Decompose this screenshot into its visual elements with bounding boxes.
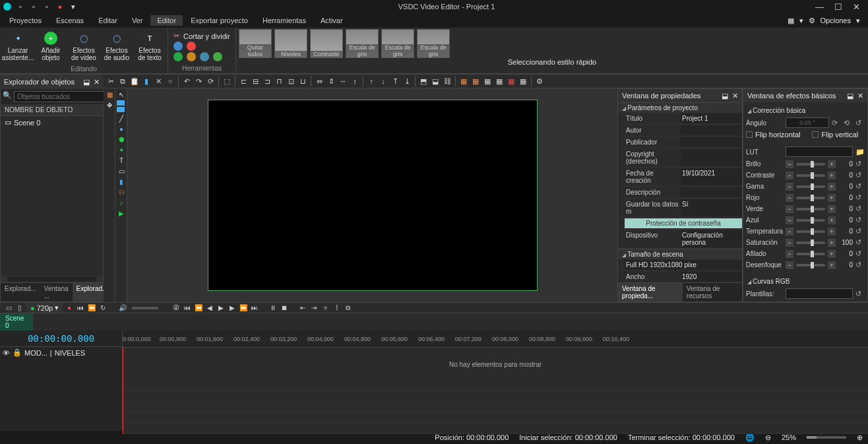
- tool-icon-1[interactable]: [173, 42, 183, 51]
- slider[interactable]: [796, 163, 825, 166]
- minus-button[interactable]: −: [786, 172, 793, 179]
- tl-stop-icon[interactable]: ⏹: [280, 303, 289, 313]
- tb-align-t-icon[interactable]: ⊓: [274, 76, 284, 86]
- tb-dist-v-icon[interactable]: ⇕: [326, 76, 336, 86]
- close-panel-icon[interactable]: ✕: [857, 92, 863, 100]
- flip-v-checkbox[interactable]: Flip vertical: [812, 131, 858, 139]
- prop-row[interactable]: DispositivoConfiguración persona: [618, 230, 742, 249]
- zoom-slider[interactable]: [807, 436, 846, 439]
- vtb-shape-icon[interactable]: ⬟: [117, 135, 126, 144]
- pin-icon[interactable]: ⬓: [83, 78, 90, 86]
- slider[interactable]: [796, 230, 825, 233]
- tb-grid2-icon[interactable]: ▦: [470, 76, 481, 86]
- tb-dist-h-icon[interactable]: ⇔: [314, 76, 325, 86]
- minus-button[interactable]: −: [786, 194, 793, 202]
- tl-prev-icon[interactable]: ⏮: [76, 303, 85, 313]
- reset-icon[interactable]: ↺: [855, 290, 865, 298]
- menu-ver[interactable]: Ver: [125, 15, 150, 26]
- resolution-dropdown[interactable]: ●720p ▾: [26, 303, 63, 313]
- tl-pause-icon[interactable]: ⏸: [268, 303, 278, 313]
- vtb-tooltip-icon[interactable]: ▭: [117, 166, 126, 175]
- lock-icon[interactable]: 🔒: [13, 348, 22, 357]
- plus-button[interactable]: +: [828, 160, 836, 168]
- timeline-ruler[interactable]: 0:00:0,00000:00,80000:01,60000:02,40000:…: [123, 331, 868, 348]
- tb-grid3-icon[interactable]: ▦: [482, 76, 493, 86]
- prop-row[interactable]: Guardar los datos mSí: [618, 199, 742, 218]
- plus-button[interactable]: +: [828, 250, 836, 258]
- reset-icon[interactable]: ↺: [855, 193, 865, 202]
- pin-icon[interactable]: ⬓: [722, 92, 728, 100]
- tl-loop-icon[interactable]: ↻: [98, 303, 108, 313]
- qat-open-icon[interactable]: ▫: [29, 2, 38, 11]
- track-mode-label[interactable]: MOD...: [24, 349, 47, 357]
- prop-row[interactable]: Descripción: [618, 187, 742, 199]
- menu-herramientas[interactable]: Herramientas: [256, 15, 313, 26]
- tb-link-icon[interactable]: ⛓: [442, 76, 452, 86]
- vtb-play-icon[interactable]: ▶: [117, 208, 126, 218]
- menu-editar[interactable]: Editar: [92, 15, 124, 26]
- minus-button[interactable]: −: [786, 239, 793, 247]
- tb-top-icon[interactable]: ⤒: [390, 76, 400, 86]
- tb-group-icon[interactable]: ⬒: [418, 76, 429, 86]
- tl-first-icon[interactable]: ⏮: [183, 303, 192, 313]
- cut-split-button[interactable]: ✂ Cortar y dividir: [173, 32, 230, 40]
- tb-up-icon[interactable]: ↑: [366, 76, 377, 86]
- tl-back-icon[interactable]: ⏪: [194, 303, 203, 313]
- vtb-move-icon[interactable]: ✥: [105, 100, 114, 110]
- rotate-cw-icon[interactable]: ⟳: [832, 119, 841, 127]
- zoom-out-icon[interactable]: ⊖: [765, 433, 771, 442]
- status-globe-icon[interactable]: 🌐: [745, 433, 755, 442]
- tb-circle-icon[interactable]: ○: [165, 76, 175, 86]
- minus-button[interactable]: −: [786, 250, 793, 258]
- pin-icon[interactable]: ⬓: [847, 92, 853, 100]
- minus-button[interactable]: −: [786, 160, 793, 168]
- qat-new-icon[interactable]: ▫: [16, 2, 25, 11]
- add-object-button[interactable]: + Añadir objeto: [36, 29, 66, 61]
- tb-settings-icon[interactable]: ⚙: [534, 76, 545, 86]
- slider[interactable]: [796, 264, 825, 267]
- folder-icon[interactable]: 📁: [855, 148, 865, 156]
- style-thumb[interactable]: Quitar todos: [239, 29, 272, 58]
- reset-icon[interactable]: ↺: [855, 182, 865, 191]
- tb-align-l-icon[interactable]: ⊏: [238, 76, 249, 86]
- vtb-rect2-icon[interactable]: [117, 107, 125, 112]
- tl-mark-out-icon[interactable]: ⇥: [309, 303, 319, 313]
- tb-refresh-icon[interactable]: ⟳: [205, 76, 216, 86]
- vtb-puzzle-icon[interactable]: ✦: [117, 145, 126, 154]
- plus-button[interactable]: +: [828, 183, 836, 191]
- plus-button[interactable]: +: [828, 205, 836, 213]
- vtb-grid-icon[interactable]: ▦: [105, 90, 114, 99]
- tb-copy-icon[interactable]: ⧉: [117, 76, 128, 86]
- reset-icon[interactable]: ↺: [855, 171, 865, 179]
- tool-icon-4[interactable]: [187, 52, 196, 61]
- menu-activar[interactable]: Activar: [314, 15, 350, 26]
- tl-record-icon[interactable]: ●: [65, 303, 74, 313]
- prop-row[interactable]: Fecha de creación19/10/2021: [618, 168, 742, 187]
- prop-row[interactable]: Autor: [618, 125, 742, 137]
- zoom-in-icon[interactable]: ⊕: [857, 433, 863, 442]
- flip-h-checkbox[interactable]: Flip horizontal: [746, 131, 800, 139]
- lut-dropdown[interactable]: [786, 146, 853, 157]
- tl-snap-icon[interactable]: ⧉: [343, 303, 352, 313]
- tool-icon-5[interactable]: [200, 52, 209, 61]
- prop-row[interactable]: Copyright (derechos): [618, 148, 742, 168]
- vtb-pointer-icon[interactable]: ↖: [117, 90, 126, 99]
- slider[interactable]: [796, 208, 825, 210]
- qat-record-icon[interactable]: ●: [55, 2, 65, 11]
- prop-row[interactable]: Publicador: [618, 137, 742, 148]
- reset-icon[interactable]: ↺: [855, 249, 865, 258]
- tb-ungroup-icon[interactable]: ⬓: [430, 76, 441, 86]
- tool-icon-2[interactable]: [187, 42, 196, 51]
- audio-effects-button[interactable]: ◯ Efectos de audio: [102, 29, 132, 61]
- style-thumb[interactable]: Escala de gris: [346, 29, 379, 58]
- tb-paste-icon[interactable]: 📋: [129, 76, 140, 86]
- timeline-tracks[interactable]: No hay elementos para mostrar: [123, 348, 868, 434]
- slider[interactable]: [796, 197, 825, 199]
- options-label[interactable]: Opciones: [821, 16, 851, 24]
- tl-rewind-icon[interactable]: ⏪: [87, 303, 96, 313]
- menu-exportar[interactable]: Exportar proyecto: [184, 15, 255, 26]
- reset-icon[interactable]: ↺: [855, 238, 865, 247]
- eye-icon[interactable]: 👁: [3, 349, 10, 357]
- tool-icon-3[interactable]: [173, 52, 183, 61]
- tl-fwd-icon[interactable]: ⏩: [239, 303, 248, 313]
